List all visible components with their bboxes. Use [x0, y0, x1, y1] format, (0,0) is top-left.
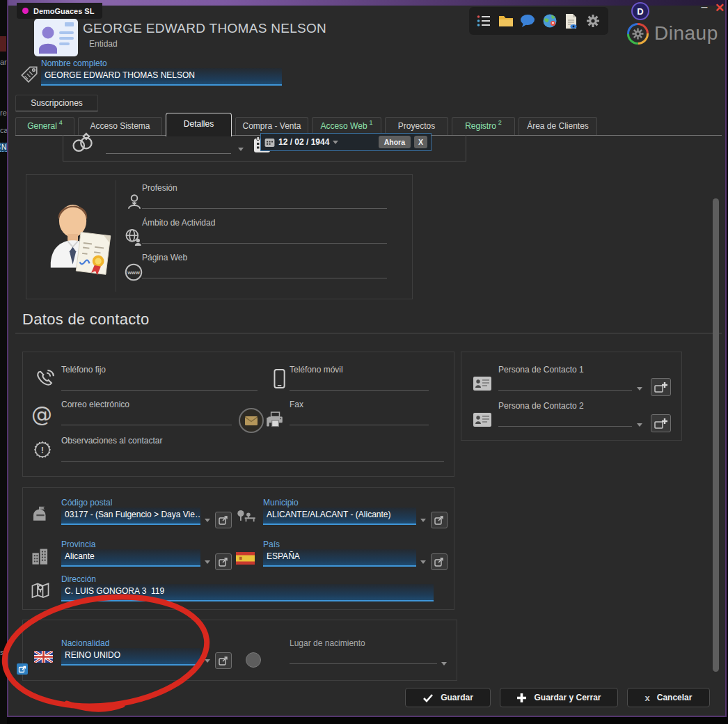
svg-text:www: www	[127, 269, 140, 276]
chevron-down-icon[interactable]	[637, 387, 642, 391]
profession-field[interactable]: Profesión	[142, 183, 387, 209]
website-input[interactable]	[142, 262, 387, 278]
email-field[interactable]: Correo electrónico	[61, 400, 232, 425]
clear-date-button[interactable]: X	[414, 136, 427, 148]
birthplace-field[interactable]: Lugar de nacimiento	[290, 638, 437, 664]
folder-icon[interactable]	[497, 12, 515, 30]
country-value[interactable]: ESPAÑA	[263, 549, 416, 567]
phone-icon	[34, 369, 55, 390]
contact-person-2-label: Persona de Contacto 2	[498, 401, 632, 411]
chevron-down-icon[interactable]	[420, 519, 426, 522]
province-label: Provincia	[61, 540, 200, 549]
birth-date-field[interactable]: 12 / 02 / 1944 Ahora X	[260, 133, 432, 151]
country-field[interactable]: País ESPAÑA	[263, 540, 416, 567]
user-badge[interactable]: D	[631, 2, 649, 20]
check-icon	[422, 693, 434, 702]
alert-burst-icon: !	[33, 440, 52, 459]
chevron-down-icon[interactable]	[238, 148, 244, 151]
chat-icon[interactable]	[519, 12, 537, 30]
chevron-down-icon[interactable]	[420, 560, 426, 564]
country-label: País	[263, 540, 416, 549]
activity-field[interactable]: Ámbito de Actividad	[142, 218, 387, 244]
tab-registro[interactable]: Registro2	[452, 117, 515, 135]
entity-avatar	[34, 19, 78, 56]
contact-persons-box: Persona de Contacto 1 Persona de Contact…	[461, 352, 682, 441]
civil-status-select[interactable]	[106, 136, 231, 153]
full-name-value[interactable]: GEORGE EDWARD THOMAS NELSON	[41, 68, 282, 86]
contact-card-icon	[473, 412, 492, 427]
activity-input[interactable]	[142, 228, 387, 244]
spain-flag-icon	[236, 552, 255, 565]
profession-input[interactable]	[142, 193, 387, 209]
fax-field[interactable]: Fax	[290, 400, 429, 425]
website-field[interactable]: Página Web	[142, 253, 387, 278]
tab-general[interactable]: General4	[15, 117, 74, 135]
background-fragment: re	[0, 109, 7, 117]
nationality-label: Nacionalidad	[61, 638, 200, 648]
save-button[interactable]: Guardar	[405, 688, 491, 707]
postal-code-value[interactable]: 03177 - (San Fulgencio > Daya Vie…	[61, 507, 200, 525]
open-nationality-button[interactable]	[215, 652, 232, 669]
now-button[interactable]: Ahora	[379, 136, 411, 148]
buildings-icon	[30, 546, 49, 566]
globe-icon[interactable]	[541, 12, 559, 30]
open-postal-code-button[interactable]	[215, 512, 232, 528]
minimize-button[interactable]: –	[697, 0, 711, 14]
province-value[interactable]: Alicante	[61, 549, 200, 567]
add-contact-2-button[interactable]	[651, 414, 671, 432]
brand-logo: Dinaup	[627, 22, 718, 45]
activity-globe-icon	[124, 228, 143, 246]
page-subtitle: Entidad	[89, 39, 118, 49]
full-name-field[interactable]: Nombre completo GEORGE EDWARD THOMAS NEL…	[41, 58, 282, 86]
municipality-value[interactable]: ALICANTE/ALACANT - (Alicante)	[263, 507, 416, 525]
open-country-button[interactable]	[431, 553, 448, 570]
add-contact-1-button[interactable]	[651, 378, 671, 396]
website-label: Página Web	[142, 253, 387, 262]
contact-box: Teléfono fijo Teléfono móvil @ Correo el…	[22, 352, 454, 477]
x-icon: x	[645, 693, 650, 703]
chevron-down-icon[interactable]	[205, 659, 210, 663]
chevron-down-icon[interactable]	[205, 560, 210, 564]
nationality-field[interactable]: Nacionalidad REINO UNIDO	[61, 638, 200, 666]
birth-date-value[interactable]: 12 / 02 / 1944	[278, 137, 329, 147]
municipality-field[interactable]: Municipio ALICANTE/ALACANT - (Alicante)	[263, 498, 416, 525]
cancel-button[interactable]: x Cancelar	[627, 688, 710, 707]
street-field[interactable]: Dirección C. LUIS GONGORA 3 119	[61, 574, 434, 601]
background-fragment: s.	[0, 648, 6, 656]
tab-detalles[interactable]: Detalles	[166, 113, 232, 136]
svg-text:!: !	[41, 445, 44, 455]
street-value[interactable]: C. LUIS GONGORA 3 119	[61, 584, 434, 601]
close-button[interactable]: ✕	[712, 0, 727, 15]
contact-person-1-field[interactable]: Persona de Contacto 1	[498, 365, 632, 391]
chevron-down-icon[interactable]	[637, 423, 642, 427]
entity-window: DemoGuaces SL GEORGE EDWARD THOMAS NELSO…	[7, 0, 727, 717]
open-external-icon[interactable]	[17, 663, 28, 675]
postal-code-field[interactable]: Código postal 03177 - (San Fulgencio > D…	[61, 498, 200, 525]
open-province-button[interactable]	[215, 553, 232, 570]
nationality-value[interactable]: REINO UNIDO	[61, 648, 200, 666]
contact-person-2-field[interactable]: Persona de Contacto 2	[498, 401, 632, 427]
vertical-scrollbar[interactable]	[713, 198, 719, 672]
gear-icon[interactable]	[584, 12, 602, 30]
chevron-down-icon[interactable]	[205, 519, 210, 522]
window-top-accent	[8, 0, 725, 6]
company-chip: DemoGuaces SL	[17, 3, 102, 19]
tab-suscripciones[interactable]: Suscripciones	[15, 95, 98, 111]
save-and-close-button[interactable]: Guardar y Cerrar	[500, 688, 618, 707]
province-field[interactable]: Provincia Alicante	[61, 540, 200, 567]
contact-notes-field[interactable]: Observaciones al contactar	[61, 436, 444, 462]
nationality-box: Nacionalidad REINO UNIDO Lugar de nacimi…	[22, 620, 457, 681]
contact-section-heading: Datos de contacto	[22, 310, 149, 329]
brand-name: Dinaup	[654, 22, 718, 45]
open-municipality-button[interactable]	[431, 512, 448, 528]
tab-area-clientes[interactable]: Área de Clientes	[519, 117, 597, 135]
document-view-icon[interactable]	[562, 12, 580, 30]
chevron-down-icon[interactable]	[441, 662, 447, 666]
contact-notes-label: Observaciones al contactar	[61, 436, 444, 446]
list-icon[interactable]	[475, 12, 493, 30]
chevron-down-icon[interactable]	[333, 141, 338, 144]
landline-field[interactable]: Teléfono fijo	[61, 365, 258, 391]
mobile-field[interactable]: Teléfono móvil	[290, 365, 429, 391]
background-window-strip: ar re ca ND s.	[0, 0, 7, 724]
send-email-button[interactable]	[239, 408, 264, 433]
